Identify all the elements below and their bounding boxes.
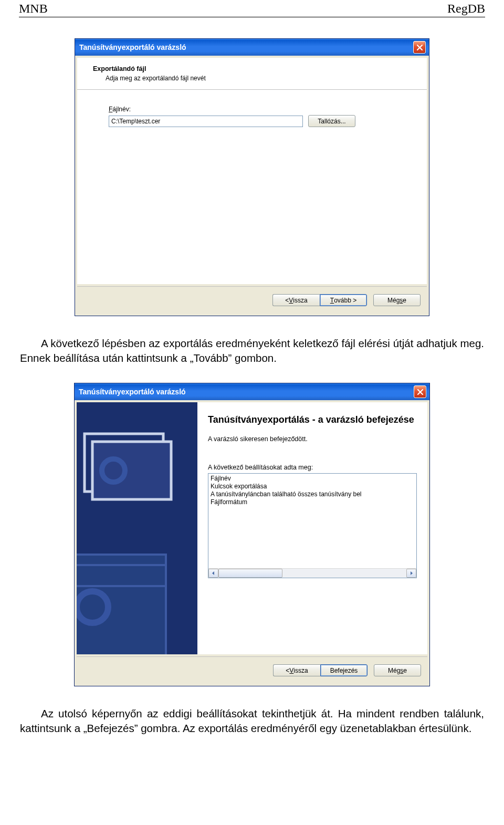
settings-list-label: A következő beállításokat adta meg: xyxy=(208,464,417,471)
paragraph-2: Az utolsó képernyőn az eddigi beállításo… xyxy=(20,706,484,735)
list-item: Kulcsok exportálása xyxy=(209,483,415,490)
cancel-button[interactable]: Mégse xyxy=(374,664,421,676)
scroll-thumb[interactable] xyxy=(218,569,282,578)
close-icon xyxy=(417,389,423,395)
wizard-buttons: < Vissza Tovább > Mégse xyxy=(77,286,427,314)
header-left: MNB xyxy=(19,2,48,16)
settings-listbox[interactable]: Fájlnév Kulcsok exportálása A tanúsítván… xyxy=(208,473,417,578)
scroll-right-arrow-icon[interactable] xyxy=(406,569,416,578)
file-label: Fájlnév: xyxy=(109,106,395,113)
horizontal-scrollbar[interactable] xyxy=(208,568,416,578)
next-button[interactable]: Tovább > xyxy=(320,294,367,306)
file-path-input[interactable] xyxy=(109,116,303,127)
page-header: MNB RegDB xyxy=(19,2,485,16)
list-item: Fájlnév xyxy=(209,475,415,483)
export-wizard-window-1: Tanúsítványexportáló varázsló Exportálan… xyxy=(75,38,429,316)
finish-button[interactable]: Befejezés xyxy=(320,664,368,676)
list-item: Fájlformátum xyxy=(209,498,415,506)
scroll-track[interactable] xyxy=(218,569,406,578)
scroll-left-arrow-icon[interactable] xyxy=(208,569,218,578)
wizard-finish-heading: Tanúsítványexportálás - a varázsló befej… xyxy=(208,414,417,426)
back-button[interactable]: < Vissza xyxy=(273,664,320,676)
wizard-subheading: Adja meg az exportálandó fájl nevét xyxy=(93,75,415,82)
cancel-button[interactable]: Mégse xyxy=(373,294,421,306)
titlebar[interactable]: Tanúsítványexportáló varázsló xyxy=(75,39,429,56)
close-button[interactable] xyxy=(414,385,426,398)
list-item: A tanúsítványláncban található összes ta… xyxy=(209,490,415,498)
header-rule xyxy=(19,17,485,17)
wizard-heading: Exportálandó fájl xyxy=(93,65,415,72)
back-button[interactable]: < Vissza xyxy=(272,294,320,306)
export-wizard-window-2: Tanúsítványexportáló varázsló xyxy=(74,383,430,686)
close-icon xyxy=(417,45,423,50)
titlebar[interactable]: Tanúsítványexportáló varázsló xyxy=(75,383,429,400)
window-title: Tanúsítványexportáló varázsló xyxy=(79,43,186,51)
paragraph-1: A következő lépésben az exportálás eredm… xyxy=(20,336,484,365)
window-title: Tanúsítványexportáló varázsló xyxy=(79,388,186,396)
svg-rect-1 xyxy=(77,555,166,654)
wizard-side-graphic xyxy=(77,402,197,654)
wizard-header: Exportálandó fájl Adja meg az exportálan… xyxy=(77,58,427,90)
close-button[interactable] xyxy=(413,41,426,54)
browse-button[interactable]: Tallózás... xyxy=(308,115,355,127)
wizard-done-message: A varázsló sikeresen befejeződött. xyxy=(208,435,417,443)
header-right: RegDB xyxy=(447,2,485,16)
wizard-buttons: < Vissza Befejezés Mégse xyxy=(77,656,427,684)
